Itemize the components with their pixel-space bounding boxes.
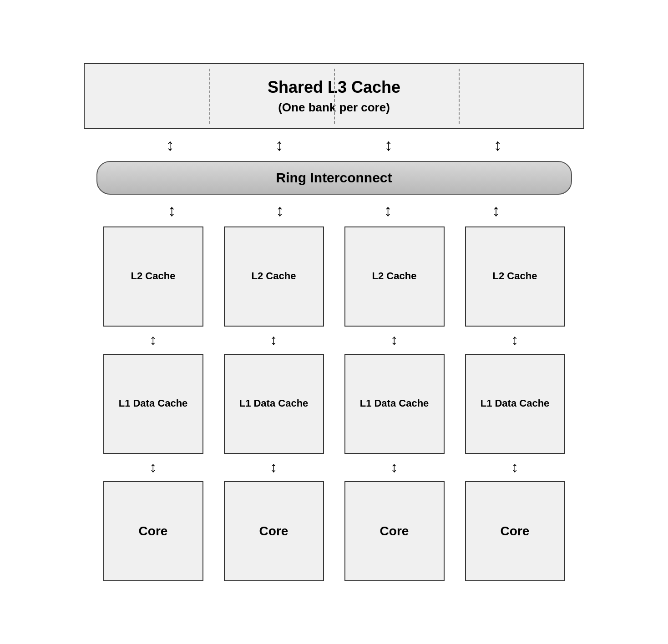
core-column-0: L2 Cache ↕ L1 Data Cache ↕ Core	[103, 226, 203, 581]
l2-cache-box-0: L2 Cache	[103, 226, 203, 327]
l1-cache-box-0: L1 Data Cache	[103, 354, 203, 454]
l2-l1-arrow-sym-2: ↕	[391, 332, 398, 348]
arrow-symbol-0: ↕	[166, 137, 174, 153]
l1-core-arrow-sym-3: ↕	[511, 459, 519, 476]
arrow-ring-l2-2: ↕	[384, 195, 392, 226]
arrow-ring-l2-1: ↕	[276, 195, 284, 226]
arrow-ring-l2-3: ↕	[492, 195, 500, 226]
core-box-2: Core	[344, 481, 445, 581]
ring-interconnect-block: Ring Interconnect	[96, 161, 572, 195]
core-column-2: L2 Cache ↕ L1 Data Cache ↕ Core	[344, 226, 445, 581]
arrow-l3-ring-0: ↕	[166, 129, 174, 161]
l2-l1-arrow-sym-0: ↕	[150, 332, 157, 348]
l2-cache-label-1: L2 Cache	[252, 269, 296, 283]
l2-to-l1-arrow-3: ↕	[511, 327, 519, 354]
l1-cache-box-1: L1 Data Cache	[224, 354, 324, 454]
l1-cache-label-2: L1 Data Cache	[360, 397, 429, 411]
l2-cache-box-3: L2 Cache	[465, 226, 565, 327]
core-label-2: Core	[380, 524, 409, 538]
l1-to-core-arrow-2: ↕	[391, 454, 398, 481]
core-column-1: L2 Cache ↕ L1 Data Cache ↕ Core	[224, 226, 324, 581]
ring-to-l2-arrows: ↕ ↕ ↕ ↕	[84, 195, 584, 226]
arrow-ring-l2-0: ↕	[168, 195, 176, 226]
l2-l1-arrow-sym-1: ↕	[270, 332, 278, 348]
core-label-3: Core	[501, 524, 530, 538]
l1-to-core-arrow-3: ↕	[511, 454, 519, 481]
l1-core-arrow-sym-1: ↕	[270, 459, 278, 476]
l1-to-core-arrow-0: ↕	[150, 454, 157, 481]
l2-cache-box-2: L2 Cache	[344, 226, 445, 327]
core-label-0: Core	[139, 524, 168, 538]
arrow-symbol-2: ↕	[385, 137, 393, 153]
arrow-ring-l2-symbol-0: ↕	[168, 202, 176, 219]
l3-cache-block: Shared L3 Cache (One bank per core)	[84, 63, 584, 129]
arrow-l3-ring-2: ↕	[385, 129, 393, 161]
l2-cache-label-2: L2 Cache	[372, 269, 417, 283]
core-box-1: Core	[224, 481, 324, 581]
l3-to-ring-arrows: ↕ ↕ ↕ ↕	[84, 129, 584, 161]
l1-core-arrow-sym-0: ↕	[150, 459, 157, 476]
l1-cache-label-0: L1 Data Cache	[119, 397, 188, 411]
arrow-ring-l2-symbol-1: ↕	[276, 202, 284, 219]
l2-to-l1-arrow-0: ↕	[150, 327, 157, 354]
core-box-0: Core	[103, 481, 203, 581]
l1-cache-label-1: L1 Data Cache	[239, 397, 309, 411]
core-box-3: Core	[465, 481, 565, 581]
l1-cache-box-2: L1 Data Cache	[344, 354, 445, 454]
l3-cache-subtitle: (One bank per core)	[94, 101, 574, 115]
l2-cache-box-1: L2 Cache	[224, 226, 324, 327]
l2-l1-arrow-sym-3: ↕	[511, 332, 519, 348]
l2-cache-label-3: L2 Cache	[493, 269, 537, 283]
l2-to-l1-arrow-2: ↕	[391, 327, 398, 354]
arrow-l3-ring-1: ↕	[275, 129, 283, 161]
l1-cache-box-3: L1 Data Cache	[465, 354, 565, 454]
arrow-symbol-1: ↕	[275, 137, 283, 153]
arrow-symbol-3: ↕	[494, 137, 502, 153]
l1-cache-label-3: L1 Data Cache	[481, 397, 550, 411]
core-label-1: Core	[259, 524, 288, 538]
l2-cache-label-0: L2 Cache	[131, 269, 176, 283]
l1-core-arrow-sym-2: ↕	[391, 459, 398, 476]
diagram-container: Shared L3 Cache (One bank per core) ↕ ↕ …	[84, 63, 584, 581]
l2-to-l1-arrow-1: ↕	[270, 327, 278, 354]
l3-cache-title: Shared L3 Cache	[94, 78, 574, 97]
l1-to-core-arrow-1: ↕	[270, 454, 278, 481]
ring-interconnect-label: Ring Interconnect	[276, 170, 392, 185]
core-column-3: L2 Cache ↕ L1 Data Cache ↕ Core	[465, 226, 565, 581]
arrow-ring-l2-symbol-3: ↕	[492, 202, 500, 219]
arrow-l3-ring-3: ↕	[494, 129, 502, 161]
arrow-ring-l2-symbol-2: ↕	[384, 202, 392, 219]
cores-section: L2 Cache ↕ L1 Data Cache ↕ Core L2 Cache…	[84, 226, 584, 581]
